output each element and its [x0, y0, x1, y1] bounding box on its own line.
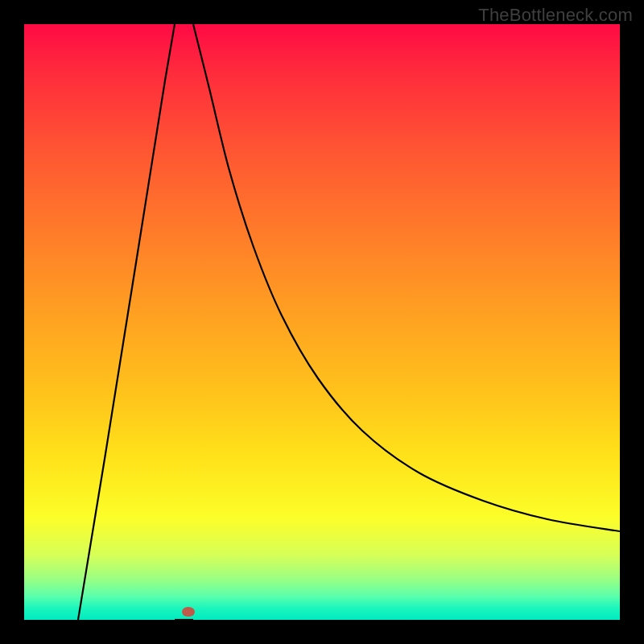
watermark-text: TheBottleneck.com [478, 5, 633, 26]
plot-area [24, 24, 620, 620]
curve-right-branch [193, 24, 620, 531]
optimal-point-marker [182, 607, 195, 617]
curve-left-branch [78, 24, 175, 620]
chart-frame: TheBottleneck.com [0, 0, 644, 644]
bottleneck-curve [24, 24, 620, 620]
